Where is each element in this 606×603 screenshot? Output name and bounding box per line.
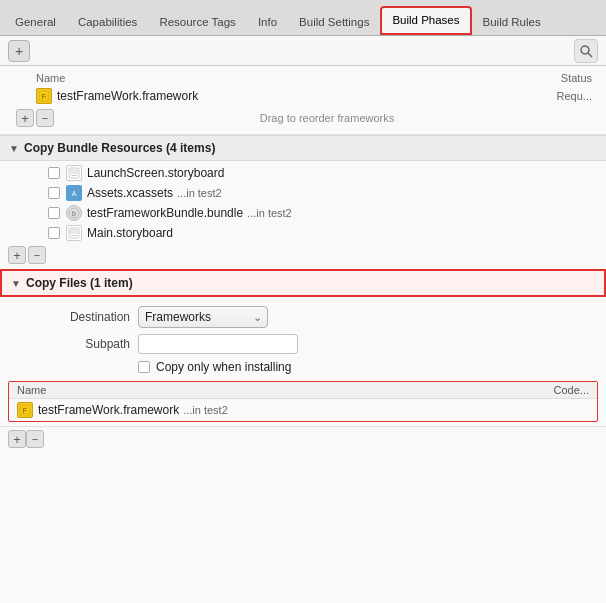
name-column-header: Name [8, 72, 518, 84]
tab-resource-tags[interactable]: Resource Tags [148, 9, 247, 35]
add-framework-button[interactable]: + [16, 109, 34, 127]
bundle-item-name: testFrameworkBundle.bundle [87, 206, 243, 220]
bundle-item-main-storyboard[interactable]: Main.storyboard [0, 223, 606, 243]
bundle-item-target: ...in test2 [247, 207, 292, 219]
bundle-item-launchscreen[interactable]: LaunchScreen.storyboard [0, 163, 606, 183]
remove-copy-file-button[interactable]: − [26, 430, 44, 448]
bundle-item-assets[interactable]: A Assets.xcassets ...in test2 [0, 183, 606, 203]
files-table-row[interactable]: F testFrameWork.framework ...in test2 [9, 399, 597, 421]
files-table-header: Name Code... [9, 382, 597, 399]
destination-select-wrapper: Frameworks Resources Executables [138, 306, 268, 328]
bundle-items-list: LaunchScreen.storyboard A Assets.xcasset… [0, 161, 606, 269]
bundle-item-checkbox[interactable] [48, 187, 60, 199]
tab-build-settings[interactable]: Build Settings [288, 9, 380, 35]
svg-text:A: A [72, 190, 77, 197]
svg-rect-5 [70, 169, 78, 174]
add-copy-file-button[interactable]: + [8, 430, 26, 448]
copy-files-add-remove: + − [0, 426, 606, 451]
copy-files-disclosure-icon: ▼ [10, 277, 22, 289]
bundle-item-name: Main.storyboard [87, 226, 173, 240]
svg-rect-6 [71, 175, 77, 176]
svg-rect-13 [71, 235, 77, 236]
svg-text:F: F [42, 93, 46, 100]
copy-only-row: Copy only when installing [0, 357, 606, 377]
subpath-input[interactable] [138, 334, 298, 354]
framework-status: Requ... [518, 90, 598, 102]
tab-general[interactable]: General [4, 9, 67, 35]
copy-bundle-section-header[interactable]: ▼ Copy Bundle Resources (4 items) [0, 135, 606, 161]
subpath-label: Subpath [48, 337, 138, 351]
tab-build-phases[interactable]: Build Phases [380, 6, 471, 35]
bundle-item-target: ...in test2 [177, 187, 222, 199]
svg-text:F: F [23, 407, 27, 414]
add-bundle-button[interactable]: + [8, 246, 26, 264]
bundle-item-checkbox[interactable] [48, 207, 60, 219]
bundle-icon: b [66, 205, 82, 221]
frameworks-add-remove: + − Drag to reorder frameworks [8, 106, 598, 130]
destination-select[interactable]: Frameworks Resources Executables [138, 306, 268, 328]
copy-only-label: Copy only when installing [156, 360, 291, 374]
toolbar: + [0, 36, 606, 66]
status-column-header: Status [518, 72, 598, 84]
svg-line-1 [588, 53, 592, 57]
destination-row: Destination Frameworks Resources Executa… [0, 303, 606, 331]
bundle-item-checkbox[interactable] [48, 167, 60, 179]
tab-capabilities[interactable]: Capabilities [67, 9, 148, 35]
svg-rect-12 [70, 229, 78, 234]
copy-only-checkbox[interactable] [138, 361, 150, 373]
add-phase-button[interactable]: + [8, 40, 30, 62]
filter-icon[interactable] [574, 39, 598, 63]
copy-files-table: Name Code... F testFrameWork.framework .… [8, 381, 598, 422]
storyboard-icon [66, 165, 82, 181]
drag-hint: Drag to reorder frameworks [56, 112, 598, 124]
copy-files-content: Destination Frameworks Resources Executa… [0, 297, 606, 457]
framework-name: testFrameWork.framework [57, 89, 518, 103]
copy-files-title: Copy Files (1 item) [26, 276, 133, 290]
bundle-item-checkbox[interactable] [48, 227, 60, 239]
tab-bar: General Capabilities Resource Tags Info … [0, 0, 606, 36]
remove-bundle-button[interactable]: − [28, 246, 46, 264]
disclosure-icon: ▼ [8, 142, 20, 154]
bundle-item-framework-bundle[interactable]: b testFrameworkBundle.bundle ...in test2 [0, 203, 606, 223]
copy-file-name: testFrameWork.framework [38, 403, 179, 417]
copy-file-icon: F [17, 402, 33, 418]
files-name-header: Name [17, 384, 529, 396]
framework-file-icon: F [36, 88, 52, 104]
frameworks-header: Name Status [8, 70, 598, 86]
bundle-add-remove: + − [0, 243, 606, 267]
bundle-item-name: Assets.xcassets [87, 186, 173, 200]
tab-build-rules[interactable]: Build Rules [472, 9, 552, 35]
svg-point-0 [581, 46, 589, 54]
tab-info[interactable]: Info [247, 9, 288, 35]
files-code-header: Code... [529, 384, 589, 396]
subpath-row: Subpath [0, 331, 606, 357]
framework-item-row[interactable]: F testFrameWork.framework Requ... [8, 86, 598, 106]
copy-bundle-title: Copy Bundle Resources (4 items) [24, 141, 215, 155]
copy-file-target: ...in test2 [183, 404, 228, 416]
bundle-item-name: LaunchScreen.storyboard [87, 166, 224, 180]
frameworks-section: Name Status F testFrameWork.framework Re… [0, 66, 606, 135]
content-area: Name Status F testFrameWork.framework Re… [0, 66, 606, 603]
copy-files-section-header[interactable]: ▼ Copy Files (1 item) [0, 269, 606, 297]
destination-label: Destination [48, 310, 138, 324]
svg-text:b: b [72, 210, 76, 217]
storyboard-icon [66, 225, 82, 241]
files-table-name-cell: F testFrameWork.framework ...in test2 [17, 402, 529, 418]
remove-framework-button[interactable]: − [36, 109, 54, 127]
assets-icon: A [66, 185, 82, 201]
